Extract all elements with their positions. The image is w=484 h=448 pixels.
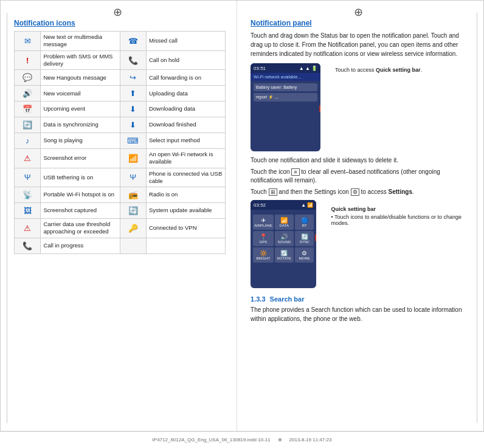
text-cell: Song is playing — [41, 133, 120, 148]
text-cell: Portable Wi-Fi hotspot is on — [41, 187, 120, 203]
section-number: 1.3.3 — [251, 295, 265, 303]
left-margin-line — [7, 13, 7, 423]
wifi-hotspot-icon: 📡 — [22, 190, 32, 199]
phone-status-bar-2: 03:52 ▲ 📶 — [251, 200, 316, 210]
notif-panel-intro: Touch and drag down the Status bar to op… — [251, 31, 472, 58]
settings-item: ⚙MORE — [295, 247, 314, 263]
call-on-hold-icon: 📞 — [128, 56, 138, 65]
text-cell: Select input method — [146, 133, 225, 148]
settings-item: ✈AIRPLANE — [253, 215, 274, 230]
text-cell: Call on hold — [146, 50, 225, 70]
table-row: ✉ New text or multimedia message ☎ Misse… — [15, 32, 226, 51]
text-cell: Call in progress — [41, 238, 120, 253]
vpn-icon: 🔑 — [128, 224, 138, 233]
right-page: ⊕ Notification panel Touch and drag down… — [237, 1, 483, 447]
system-update-icon: 🔄 — [128, 206, 138, 215]
sync-icon: 🔄 — [22, 120, 32, 129]
icon-cell: 📡 — [15, 187, 41, 203]
footer-date: 2013-8-19 11:47:23 — [289, 437, 332, 443]
text-cell: Uploading data — [146, 86, 225, 102]
quick-setting-label: Touch to access Quick setting bar. — [335, 67, 422, 73]
settings-item: 📍GPS — [253, 231, 274, 246]
icon-cell: 📶 — [120, 148, 146, 168]
table-row: ! Problem with SMS or MMS delivery 📞 Cal… — [15, 50, 226, 70]
download-finished-icon: ⬇ — [130, 120, 136, 129]
notification-icons-table: ✉ New text or multimedia message ☎ Misse… — [14, 31, 226, 254]
settings-gear-icon: ⚙ — [351, 188, 359, 196]
text-cell: Downloading data — [146, 102, 225, 117]
sms-error-icon: ! — [26, 56, 29, 65]
icon-cell: ⬆ — [120, 86, 146, 102]
action-text-1: Touch one notification and slide it side… — [251, 156, 472, 165]
icon-cell: ⬇ — [120, 117, 146, 133]
icon-cell: Ψ — [120, 168, 146, 187]
usb-tether-icon: Ψ — [24, 173, 31, 182]
icon-cell: 📞 — [15, 238, 41, 253]
text-cell: USB tethering is on — [41, 168, 120, 187]
wifi-open-icon: 📶 — [128, 154, 138, 163]
table-row: 📞 Call in progress — [15, 238, 226, 253]
phone-time-2: 03:52 — [254, 202, 266, 208]
text-cell: An open Wi-Fi network is available — [146, 148, 225, 168]
phone-status-icons-1: ▲ ▲ 🔋 — [299, 66, 317, 71]
footer-bar: IP4712_6012A_QG_Eng_USA_06_130819.indd 1… — [0, 431, 484, 448]
icon-cell: ♪ — [15, 133, 41, 148]
icon-cell: 🔑 — [120, 218, 146, 238]
section-name: Search bar — [270, 295, 305, 303]
input-method-icon: ⌨ — [127, 136, 139, 145]
phone-screen-2: 03:52 ▲ 📶 ✈AIRPLANE 📶DATA 🔵BT 📍GPS 🔊SOUN… — [251, 200, 316, 288]
upload-icon: ⬆ — [130, 89, 136, 98]
text-cell: Screenshot error — [41, 148, 120, 168]
settings-item: 🔊SOUND — [275, 231, 294, 246]
left-page: ⊕ Notification icons ✉ New text or multi… — [1, 1, 237, 447]
icon-cell: ☎ — [120, 32, 146, 51]
quick-setting-bar-label: Quick setting bar • Touch icons to enabl… — [331, 206, 472, 226]
text-cell: Carrier data use threshold approaching o… — [41, 218, 120, 238]
phone-status-bar-1: 03:51 ▲ ▲ 🔋 — [251, 63, 320, 73]
text-cell: Call forwarding is on — [146, 70, 225, 86]
compass-icon-right: ⊕ — [354, 5, 363, 19]
settings-item: 🔄SYNC — [295, 231, 314, 246]
hangouts-icon: 💬 — [22, 73, 32, 82]
download-icon: ⬇ — [130, 105, 136, 114]
icon-cell: 🔊 — [15, 86, 41, 102]
icon-cell: 🖼 — [15, 203, 41, 219]
table-row: 🔊 New voicemail ⬆ Uploading data — [15, 86, 226, 102]
table-row: 📡 Portable Wi-Fi hotspot is on 📻 Radio i… — [15, 187, 226, 203]
notif-icons-title: Notification icons — [14, 19, 226, 27]
text-cell: Radio is on — [146, 187, 225, 203]
notif-panel-title: Notification panel — [251, 19, 472, 27]
icon-cell: 📞 — [120, 50, 146, 70]
screenshot-error-icon: ⚠ — [24, 154, 31, 163]
table-row: ♪ Song is playing ⌨ Select input method — [15, 133, 226, 148]
text-cell: Phone is connected via USB cable — [146, 168, 225, 187]
text-cell: New Hangouts message — [41, 70, 120, 86]
action-text-3: Touch ⊞ and then the Settings icon ⚙ to … — [251, 188, 472, 196]
arrow-right-indicator: ▶ — [319, 102, 320, 113]
section-1-3-3: 1.3.3 Search bar The phone provides a Se… — [251, 295, 472, 323]
text-cell: New text or multimedia message — [41, 32, 120, 51]
call-progress-icon: 📞 — [22, 241, 32, 250]
table-row: ⚠ Screenshot error 📶 An open Wi-Fi netwo… — [15, 148, 226, 168]
icon-cell — [120, 238, 146, 253]
text-cell: Data is synchronizing — [41, 117, 120, 133]
action-text-2: Touch the icon ≡ to clear all event–base… — [251, 168, 472, 185]
phone-status-icons-2: ▲ 📶 — [301, 202, 313, 208]
table-row: Ψ USB tethering is on Ψ Phone is connect… — [15, 168, 226, 187]
screenshot-icon: 🖼 — [24, 206, 32, 215]
quick-setting-bar-bullet: • Touch icons to enable/disable function… — [331, 214, 472, 226]
clear-notif-icon: ≡ — [291, 168, 299, 176]
upcoming-event-icon: 📅 — [22, 105, 32, 114]
compass-icon-left: ⊕ — [113, 5, 122, 19]
icon-cell: 💬 — [15, 70, 41, 86]
text-cell — [146, 238, 225, 253]
settings-item: 🔃ROTATE — [275, 247, 294, 263]
new-message-icon: ✉ — [24, 36, 31, 46]
phone-notif-item-1: Battery saver: Battery — [254, 83, 317, 91]
icon-cell: 📅 — [15, 102, 41, 117]
text-cell: Missed call — [146, 32, 225, 51]
table-row: 🖼 Screenshot captured 🔄 System update av… — [15, 203, 226, 219]
phone-wifi-banner: Wi-Fi network available... — [251, 73, 320, 81]
text-cell: Download finished — [146, 117, 225, 133]
icon-cell: ✉ — [15, 32, 41, 51]
